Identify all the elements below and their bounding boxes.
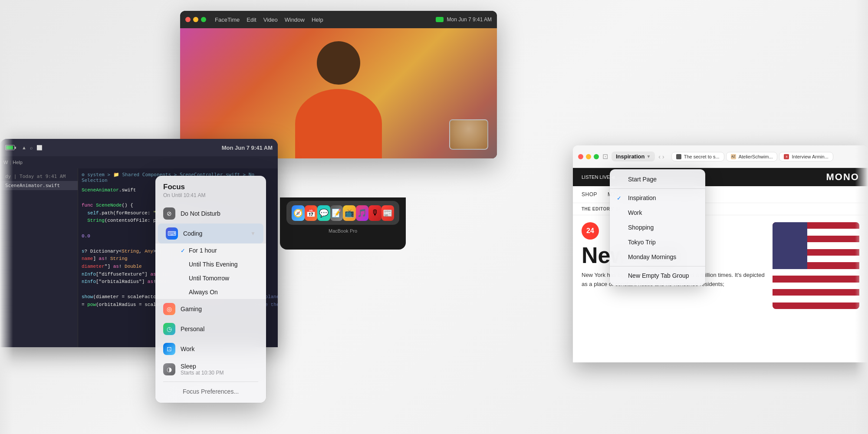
- nav-help[interactable]: Help: [13, 160, 23, 165]
- dock-icon-notes[interactable]: 📝: [330, 205, 343, 221]
- coding-text: Coding: [183, 230, 245, 237]
- dock-icon-podcasts[interactable]: 🎙: [368, 205, 381, 221]
- inspiration-label: Inspiration: [628, 194, 656, 201]
- ipad-battery: [5, 145, 15, 150]
- flag-stripe-11: [773, 289, 859, 296]
- safari-nav-shop[interactable]: Shop: [582, 191, 597, 197]
- dock-icon-calendar[interactable]: 📅: [305, 205, 318, 221]
- tgd-shopping[interactable]: Shopping: [610, 220, 705, 235]
- coding-chevron-icon: ▼: [250, 230, 256, 237]
- shopping-label: Shopping: [628, 224, 654, 231]
- tab-label-secret: The secret to s...: [684, 154, 720, 159]
- safari-tab-atelier[interactable]: AZ AtelierSchwim...: [726, 152, 778, 161]
- safari-tab-interview[interactable]: a Interview Armin...: [779, 152, 833, 161]
- this-evening-label: Until This Evening: [189, 261, 238, 268]
- facetime-titlebar: FaceTime Edit Video Window Help Mon Jun …: [180, 11, 497, 28]
- ipad-titlebar: ▲ ⌕ ⬜ Mon Jun 7 9:41 AM: [0, 139, 278, 156]
- tab-favicon-atelier: AZ: [731, 154, 736, 159]
- sidebar-file[interactable]: SceneAnimator.swift: [0, 181, 78, 190]
- facetime-status-bar: Mon Jun 7 9:41 AM: [436, 16, 492, 23]
- dock-icon-safari[interactable]: 🧭: [292, 205, 305, 221]
- menu-help[interactable]: Help: [312, 16, 323, 23]
- tgd-work[interactable]: Work: [610, 205, 705, 220]
- menu-video[interactable]: Video: [263, 16, 278, 23]
- personal-label: Personal: [181, 326, 258, 332]
- focus-item-gaming[interactable]: ◎ Gaming: [155, 299, 266, 319]
- dock-icon-news[interactable]: 📰: [381, 205, 395, 221]
- focus-subtitle: On Until 10:41 AM: [155, 192, 266, 204]
- work-text: Work: [181, 345, 258, 352]
- tab-label-interview: Interview Armin...: [792, 154, 828, 159]
- focus-item-do-not-disturb[interactable]: ⊘ Do Not Disturb: [155, 204, 266, 224]
- facetime-window-controls: [185, 17, 206, 22]
- menu-facetime[interactable]: FaceTime: [215, 16, 240, 23]
- for-hour-label: For 1 hour: [189, 247, 217, 254]
- dock-icon-messages[interactable]: 💬: [317, 205, 330, 221]
- nav-sep: |: [10, 160, 11, 165]
- tomorrow-label: Until Tomorrow: [189, 275, 229, 282]
- focus-item-work[interactable]: ⊡ Work: [155, 339, 266, 359]
- battery-icon: [5, 145, 15, 150]
- fullscreen-button[interactable]: [201, 17, 206, 22]
- caller-silhouette: [278, 37, 399, 158]
- share-icon: ⬜: [36, 145, 43, 151]
- nav-w[interactable]: W: [3, 160, 8, 165]
- focus-preferences-button[interactable]: Focus Preferences...: [155, 384, 266, 399]
- focus-item-coding[interactable]: ⌨ Coding ▼: [158, 224, 263, 243]
- subitem-until-this-evening[interactable]: ✓ Until This Evening: [155, 257, 266, 271]
- safari-tab-group-button[interactable]: Inspiration ▼: [612, 151, 655, 161]
- safari-close-button[interactable]: [578, 154, 583, 159]
- sleep-label: Sleep: [181, 363, 258, 370]
- dock-icon-music[interactable]: 🎵: [356, 205, 369, 221]
- subitem-for-hour[interactable]: ✓ For 1 hour: [155, 243, 266, 257]
- facetime-window: FaceTime Edit Video Window Help Mon Jun …: [180, 11, 497, 158]
- back-icon[interactable]: ‹: [658, 153, 661, 160]
- tab-favicon-secret: [676, 154, 681, 159]
- inspiration-check-icon: ✓: [617, 195, 624, 201]
- subitem-until-tomorrow[interactable]: ✓ Until Tomorrow: [155, 271, 266, 285]
- safari-article-image: [773, 222, 859, 309]
- focus-item-sleep[interactable]: ◑ Sleep Starts at 10:30 PM: [155, 359, 266, 380]
- monday-label: Monday Mornings: [628, 253, 676, 260]
- facetime-pip: [449, 119, 488, 150]
- dock-bar: 🧭 📅 💬 📝 📺 🎵 🎙 📰: [286, 201, 399, 225]
- dock-icon-appletv[interactable]: 📺: [343, 205, 356, 221]
- new-empty-label: New Empty Tab Group: [628, 272, 689, 279]
- tgd-new-empty[interactable]: New Empty Tab Group: [610, 268, 705, 283]
- safari-window-controls: [578, 154, 599, 159]
- tgd-start-page[interactable]: Start Page: [610, 172, 705, 187]
- focus-popup: Focus On Until 10:41 AM ⊘ Do Not Disturb…: [155, 176, 266, 403]
- gaming-text: Gaming: [181, 306, 258, 312]
- flag-stripe-10: [773, 283, 859, 289]
- tab-favicon-interview: a: [784, 154, 789, 159]
- gaming-icon: ◎: [163, 303, 175, 315]
- minimize-button[interactable]: [193, 17, 198, 22]
- tgd-inspiration[interactable]: ✓ Inspiration: [610, 191, 705, 205]
- gaming-label: Gaming: [181, 306, 258, 312]
- subitem-always-on[interactable]: ✓ Always On: [155, 285, 266, 299]
- tgd-tokyo-trip[interactable]: Tokyo Trip: [610, 235, 705, 250]
- work-label: Work: [181, 345, 258, 352]
- safari-titlebar: ⊡ Inspiration ▼ ‹ › The secret to s... A…: [573, 145, 868, 168]
- for-hour-check-icon: ✓: [181, 247, 185, 254]
- safari-fullscreen-button[interactable]: [594, 154, 599, 159]
- menu-window[interactable]: Window: [285, 16, 305, 23]
- safari-minimize-button[interactable]: [586, 154, 591, 159]
- camera-on-indicator: [436, 17, 444, 22]
- personal-icon: ◷: [163, 323, 175, 335]
- close-button[interactable]: [185, 17, 191, 22]
- safari-sidebar-icon[interactable]: ⊡: [602, 152, 608, 161]
- focus-item-personal[interactable]: ◷ Personal: [155, 319, 266, 339]
- coding-label: Coding: [183, 230, 245, 237]
- start-page-label: Start Page: [628, 176, 657, 183]
- ipad-clock: Mon Jun 7 9:41 AM: [222, 145, 273, 151]
- tgd-divider-1: [610, 188, 705, 189]
- dnd-label: Do Not Disturb: [181, 210, 258, 217]
- safari-site-logo: MONO: [826, 171, 859, 183]
- safari-tab-secret[interactable]: The secret to s...: [671, 152, 724, 161]
- forward-icon[interactable]: ›: [662, 153, 664, 160]
- code-sidebar: dy | Today at 9:41 AM SceneAnimator.swif…: [0, 168, 78, 347]
- tgd-monday-mornings[interactable]: Monday Mornings: [610, 250, 705, 264]
- tab-group-dropdown: Start Page ✓ Inspiration Work Shopping T…: [610, 169, 705, 286]
- menu-edit[interactable]: Edit: [247, 16, 256, 23]
